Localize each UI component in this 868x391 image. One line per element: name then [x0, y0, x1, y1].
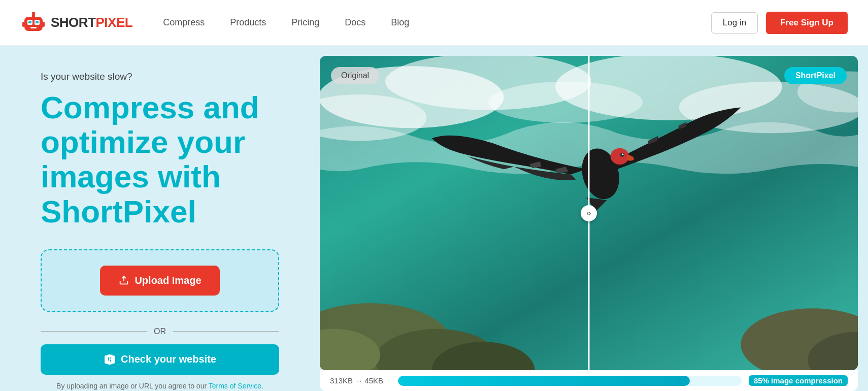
svg-point-7 [32, 12, 35, 15]
or-text: OR [154, 327, 166, 336]
compression-bar-row: 313KB → 45KB 85% image compression [320, 370, 858, 391]
check-website-button-label: Check your website [121, 353, 216, 365]
terms-text: By uploading an image or URL you agree t… [41, 382, 279, 390]
nav-docs[interactable]: Docs [345, 17, 365, 28]
nav-blog[interactable]: Blog [391, 17, 409, 28]
nav-products[interactable]: Products [230, 17, 266, 28]
left-panel: Is your website slow? Compress and optim… [0, 46, 310, 391]
shortpixel-label: ShortPixel [784, 67, 847, 84]
svg-point-26 [611, 148, 629, 165]
login-button[interactable]: Log in [711, 12, 758, 34]
svg-rect-9 [43, 22, 45, 27]
logo-robot-icon [20, 10, 47, 36]
compression-fill [398, 376, 690, 386]
svg-rect-8 [22, 22, 24, 27]
navbar: SHORTPIXEL Compress Products Pricing Doc… [0, 0, 868, 46]
terms-of-service-link[interactable]: Terms of Service [209, 382, 261, 390]
image-comparison: Original ShortPixel ‹› [320, 56, 858, 370]
svg-rect-4 [36, 21, 39, 23]
slow-question: Is your website slow? [41, 71, 279, 82]
original-label: Original [331, 67, 379, 84]
signup-button[interactable]: Free Sign Up [766, 12, 848, 34]
or-divider: OR [41, 327, 279, 336]
svg-point-28 [622, 153, 623, 155]
upload-box: Upload Image [41, 249, 279, 312]
svg-rect-0 [24, 17, 43, 31]
nav-compress[interactable]: Compress [163, 17, 205, 28]
main-content: Is your website slow? Compress and optim… [0, 46, 868, 391]
nav-actions: Log in Free Sign Up [711, 12, 848, 34]
logo-text: SHORTPIXEL [51, 15, 132, 30]
logo[interactable]: SHORTPIXEL [20, 10, 132, 36]
or-line-right [173, 331, 279, 332]
upload-icon [118, 275, 129, 286]
compression-sizes: 313KB → 45KB [330, 376, 391, 385]
upload-button[interactable]: Upload Image [100, 266, 219, 296]
compare-handle[interactable]: ‹› [581, 205, 597, 221]
upload-button-label: Upload Image [135, 275, 201, 286]
nav-links: Compress Products Pricing Docs Blog [163, 17, 711, 28]
or-line-left [41, 331, 147, 332]
svg-rect-3 [28, 21, 31, 23]
compression-progress-bar [398, 376, 742, 386]
svg-rect-5 [30, 27, 37, 28]
compression-label: 85% image compression [749, 375, 848, 386]
nav-pricing[interactable]: Pricing [291, 17, 319, 28]
right-panel: Original ShortPixel ‹› 313KB → 45KB 85% … [310, 46, 868, 391]
check-website-icon [104, 353, 116, 366]
hero-title: Compress and optimize your images with S… [41, 90, 279, 229]
check-website-button[interactable]: Check your website [41, 344, 279, 375]
